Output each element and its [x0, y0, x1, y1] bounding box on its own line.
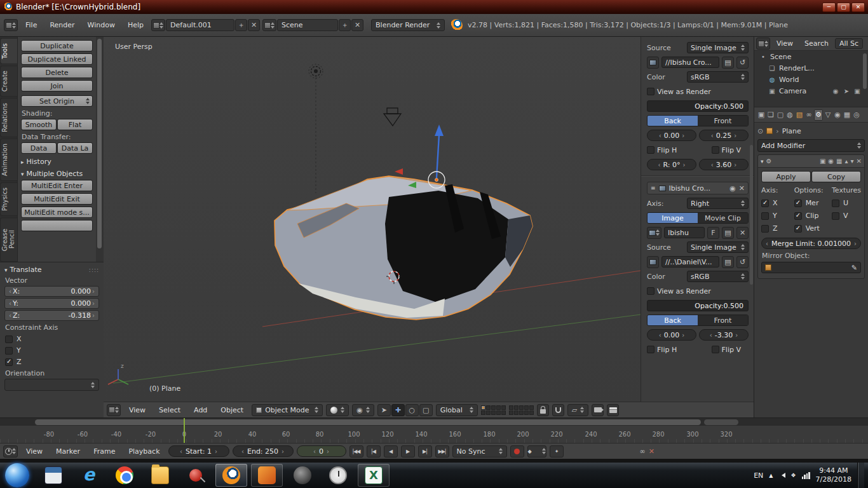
npanel-scrollbar[interactable]	[750, 145, 753, 285]
timeline-ruler[interactable]: -80 -60 -40 -20 0 20 40 60 80 100 120 14…	[0, 426, 868, 443]
bg1-offset-x-field[interactable]: ‹0.00›	[647, 130, 696, 141]
pin-icon[interactable]: ⊙	[757, 127, 763, 135]
constraint-x-checkbox[interactable]	[5, 336, 13, 343]
close-icon[interactable]: ✕	[739, 184, 745, 193]
bg2-filepath-field[interactable]: //..\Daniel\V...	[661, 256, 719, 268]
menu-select[interactable]: Select	[154, 406, 186, 414]
bg1-offset-y-field[interactable]: ‹0.25›	[699, 130, 749, 141]
tab-material-icon[interactable]: ◉	[833, 109, 842, 121]
translate-manipulator-button[interactable]: ✚	[391, 404, 405, 416]
bg2-offset-y-field[interactable]: ‹-3.30›	[699, 329, 749, 341]
multiedit-exit-button[interactable]: MultiEdit Exit	[21, 193, 93, 205]
taskbar-calculator[interactable]	[37, 464, 69, 487]
bg2-axis-dropdown[interactable]: Right	[687, 198, 749, 209]
tool-shelf-scrollbar[interactable]	[96, 37, 104, 262]
bg2-view-as-render-checkbox[interactable]	[647, 287, 654, 295]
join-button[interactable]: Join	[21, 80, 93, 92]
tab-render-icon[interactable]: ▣	[757, 109, 766, 121]
menu-file[interactable]: File	[20, 21, 42, 29]
layer-1[interactable]	[481, 405, 485, 410]
outliner-item-scene[interactable]: •Scene	[754, 51, 868, 62]
render-opengl-button[interactable]	[592, 404, 604, 416]
outliner-display-dropdown[interactable]: All Sc	[835, 38, 863, 49]
bg2-colorspace-dropdown[interactable]: sRGB	[687, 271, 749, 282]
jump-prev-keyframe-button[interactable]: |◀	[367, 445, 381, 458]
clipped-button[interactable]	[21, 220, 93, 231]
tab-physics[interactable]: Physics	[0, 182, 17, 216]
render-opengl-anim-button[interactable]	[607, 404, 619, 416]
timeline-menu-view[interactable]: View	[21, 447, 48, 456]
screen-delete-button[interactable]: ✕	[248, 19, 260, 31]
scene-browse-button[interactable]	[262, 19, 276, 31]
translate-x-field[interactable]: ‹X:0.000›	[4, 286, 99, 297]
menu-view[interactable]: View	[124, 406, 151, 414]
constraint-z-checkbox[interactable]	[5, 358, 13, 366]
timeline-menu-marker[interactable]: Marker	[51, 447, 85, 456]
copy-button[interactable]: Copy	[811, 171, 861, 182]
editmode-display-icon[interactable]: ▦	[836, 158, 842, 165]
menu-help[interactable]: Help	[123, 21, 149, 29]
tab-scene-icon[interactable]: ▢	[776, 109, 785, 121]
fake-user-button[interactable]: F	[707, 227, 719, 239]
image-button[interactable]: Image	[648, 213, 698, 223]
flat-button[interactable]: Flat	[57, 119, 93, 130]
tab-grease-pencil[interactable]: Grease Pencil	[0, 217, 17, 262]
snap-element-dropdown[interactable]: ▱	[567, 404, 588, 416]
restore-button[interactable]: ▢	[837, 3, 850, 12]
bg2-image-name-field[interactable]: Ibishu	[664, 227, 705, 238]
bg2-panel-header[interactable]: ≡Ibishu Cro...◉✕	[647, 182, 749, 194]
rotate-manipulator-button[interactable]: ○	[405, 404, 419, 416]
bg1-rotation-field[interactable]: ‹R: 0°›	[647, 159, 696, 170]
movie-clip-button[interactable]: Movie Clip	[698, 213, 748, 223]
bg2-image-browse-button[interactable]	[647, 227, 661, 239]
viewport-editor-type-button[interactable]	[107, 404, 121, 416]
tab-texture-icon[interactable]: ▦	[843, 109, 851, 121]
panel-grip-icon[interactable]: ::::	[89, 267, 99, 273]
timeline-editor-type-button[interactable]	[3, 445, 18, 458]
scene-add-button[interactable]: ＋	[339, 19, 351, 31]
bg1-reload-button[interactable]: ↺	[736, 57, 749, 69]
constraint-y-checkbox[interactable]	[5, 347, 13, 355]
data-button[interactable]: Data	[21, 142, 57, 154]
duplicate-linked-button[interactable]: Duplicate Linked	[21, 53, 93, 65]
taskbar-dark-app[interactable]	[287, 464, 318, 487]
front-button[interactable]: Front	[698, 315, 748, 325]
current-frame-field[interactable]: ‹0›	[297, 445, 346, 457]
mode-dropdown[interactable]: Object Mode	[252, 404, 323, 416]
restrict-view-icon[interactable]: ◉	[832, 88, 839, 95]
taskbar-internet-explorer[interactable]: e	[73, 464, 105, 487]
smooth-button[interactable]: Smooth	[21, 119, 57, 130]
menu-add[interactable]: Add	[189, 406, 212, 414]
manipulator-toggle-button[interactable]: ➤	[377, 404, 391, 416]
taskbar-clock-app[interactable]	[322, 464, 354, 487]
taskbar-beamng[interactable]	[251, 464, 283, 487]
clip-checkbox[interactable]	[794, 212, 802, 220]
history-panel-header[interactable]: ▸History	[21, 158, 93, 166]
auto-keyframe-button[interactable]	[510, 445, 524, 458]
taskbar-blender[interactable]	[215, 464, 247, 487]
tray-status-icon[interactable]: ❖	[791, 472, 796, 478]
car-mesh-object[interactable]	[275, 176, 532, 320]
menu-window[interactable]: Window	[83, 21, 120, 29]
scale-manipulator-button[interactable]: ▢	[419, 404, 433, 416]
jump-to-start-button[interactable]: |◀◀	[349, 445, 363, 458]
timeline-menu-playback[interactable]: Playback	[123, 447, 165, 456]
frame-start-field[interactable]: ‹Start: 1›	[168, 445, 229, 457]
back-button[interactable]: Back	[648, 116, 698, 126]
merge-checkbox[interactable]	[794, 200, 802, 207]
language-indicator[interactable]: EN	[754, 471, 763, 480]
apply-button[interactable]: Apply	[761, 171, 811, 182]
eyedropper-icon[interactable]: ✎	[851, 264, 857, 272]
tab-constraints-icon[interactable]: ∞	[804, 109, 813, 121]
taskbar-excel[interactable]: X	[358, 464, 390, 487]
tab-world-icon[interactable]: ◍	[785, 109, 794, 121]
translate-panel-header[interactable]: ▾Translate::::	[4, 266, 99, 274]
outliner-menu-search[interactable]: Search	[799, 39, 834, 48]
delete-modifier-icon[interactable]: ✕	[857, 158, 862, 165]
menu-render[interactable]: Render	[44, 21, 79, 29]
taskbar-pin-app[interactable]	[180, 464, 212, 487]
bg2-file-browse-button[interactable]: ▤	[722, 256, 734, 268]
taskbar-chrome[interactable]	[109, 464, 140, 487]
tab-animation[interactable]: Animation	[0, 139, 17, 181]
taskbar-clock[interactable]: 9:44 AM 7/28/2018	[816, 466, 851, 484]
